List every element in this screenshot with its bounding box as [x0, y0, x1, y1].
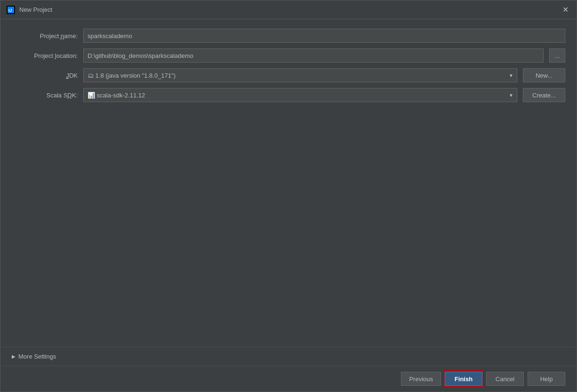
- project-location-label: Project location:: [12, 52, 78, 59]
- project-location-input[interactable]: [83, 48, 544, 63]
- more-settings-section[interactable]: ▶ More Settings: [0, 347, 577, 366]
- scala-sdk-row: Scala SDK: 📊 scala-sdk-2.11.12 ▼ Create.…: [12, 88, 565, 102]
- dialog-title: New Project: [19, 6, 52, 13]
- title-bar-left: IJ New Project: [6, 5, 52, 15]
- previous-button[interactable]: Previous: [401, 372, 441, 386]
- project-name-input[interactable]: [83, 29, 565, 43]
- title-bar: IJ New Project ✕: [0, 0, 577, 19]
- scala-sdk-select[interactable]: 📊 scala-sdk-2.11.12: [83, 88, 517, 102]
- jdk-label: JDK: [12, 72, 78, 79]
- close-button[interactable]: ✕: [560, 4, 571, 16]
- project-name-label: Project name:: [12, 32, 78, 40]
- project-name-row: Project name:: [12, 29, 565, 43]
- project-location-row: Project location: ...: [12, 48, 565, 63]
- svg-text:IJ: IJ: [8, 8, 12, 13]
- scala-sdk-select-wrapper: 📊 scala-sdk-2.11.12 ▼: [83, 88, 517, 102]
- content-spacer: [12, 108, 565, 337]
- more-settings-label: More Settings: [18, 353, 56, 360]
- scala-sdk-label: Scala SDK:: [12, 92, 78, 99]
- browse-button[interactable]: ...: [549, 48, 565, 63]
- form-content: Project name: Project location: ... JDK …: [0, 19, 577, 347]
- jdk-row: JDK 🗂 1.8 (java version "1.8.0_171") ▼ N…: [12, 68, 565, 82]
- new-project-dialog: IJ New Project ✕ Project name: Project l…: [0, 0, 577, 392]
- more-settings-arrow-icon: ▶: [12, 354, 16, 359]
- scala-create-button[interactable]: Create...: [523, 88, 565, 102]
- jdk-select-wrapper: 🗂 1.8 (java version "1.8.0_171") ▼: [83, 68, 517, 82]
- jdk-select[interactable]: 🗂 1.8 (java version "1.8.0_171"): [83, 68, 517, 82]
- cancel-button[interactable]: Cancel: [486, 372, 524, 386]
- help-button[interactable]: Help: [528, 372, 565, 386]
- app-icon: IJ: [6, 5, 16, 15]
- jdk-new-button[interactable]: New...: [523, 68, 565, 82]
- finish-button[interactable]: Finish: [445, 372, 482, 386]
- dialog-footer: Previous Finish Cancel Help: [0, 366, 577, 392]
